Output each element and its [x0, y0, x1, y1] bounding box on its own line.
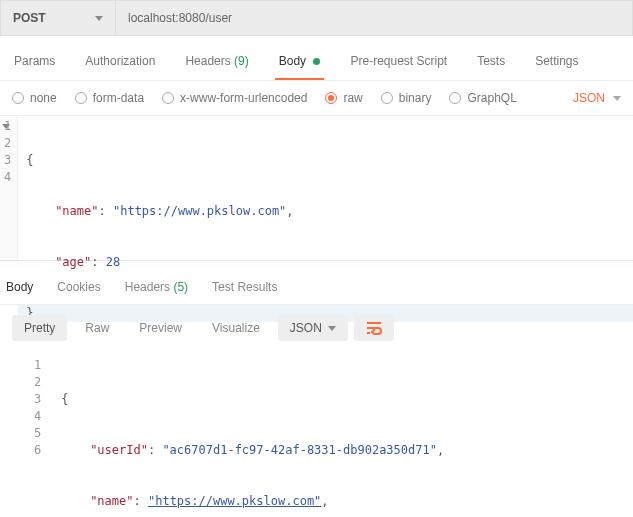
- view-preview-button[interactable]: Preview: [127, 315, 194, 341]
- resp-tab-headers[interactable]: Headers (5): [123, 280, 190, 304]
- request-tabs: Params Authorization Headers (9) Body Pr…: [0, 36, 633, 81]
- chevron-down-icon: [613, 96, 621, 101]
- tab-body-label: Body: [279, 54, 306, 68]
- tab-body[interactable]: Body: [275, 54, 325, 80]
- tab-prerequest[interactable]: Pre-request Script: [346, 54, 451, 80]
- tab-settings[interactable]: Settings: [531, 54, 582, 80]
- url-input[interactable]: localhost:8080/user: [116, 1, 632, 35]
- body-format-select[interactable]: JSON: [573, 91, 621, 105]
- tab-tests[interactable]: Tests: [473, 54, 509, 80]
- body-format-value: JSON: [573, 91, 605, 105]
- tab-authorization[interactable]: Authorization: [81, 54, 159, 80]
- request-body-editor[interactable]: 1 2 3 4 { "name": "https://www.pkslow.co…: [0, 116, 633, 260]
- resp-tab-cookies[interactable]: Cookies: [55, 280, 102, 304]
- response-body-editor[interactable]: 1 2 3 4 5 6 { "userId": "ac6707d1-fc97-4…: [0, 355, 633, 517]
- chevron-down-icon: [328, 326, 336, 331]
- body-type-urlencoded[interactable]: x-www-form-urlencoded: [162, 91, 307, 105]
- tab-params[interactable]: Params: [10, 54, 59, 80]
- method-value: POST: [13, 11, 46, 25]
- active-dot-icon: [313, 58, 320, 65]
- response-format-select[interactable]: JSON: [278, 315, 348, 341]
- tab-headers[interactable]: Headers (9): [181, 54, 252, 80]
- wrap-lines-icon: [366, 321, 382, 335]
- view-visualize-button[interactable]: Visualize: [200, 315, 272, 341]
- body-type-none[interactable]: none: [12, 91, 57, 105]
- request-bar: POST localhost:8080/user: [0, 0, 633, 36]
- view-pretty-button[interactable]: Pretty: [12, 315, 67, 341]
- method-select[interactable]: POST: [1, 1, 116, 35]
- response-gutter: 1 2 3 4 5 6: [0, 355, 57, 517]
- view-raw-button[interactable]: Raw: [73, 315, 121, 341]
- chevron-down-icon: [95, 16, 103, 21]
- request-gutter: 1 2 3 4: [0, 116, 18, 260]
- resp-tab-body[interactable]: Body: [4, 280, 35, 304]
- wrap-lines-button[interactable]: [354, 315, 394, 341]
- body-type-graphql[interactable]: GraphQL: [449, 91, 516, 105]
- response-code: { "userId": "ac6707d1-fc97-42af-8331-db9…: [57, 355, 633, 517]
- tab-headers-count: (9): [234, 54, 249, 68]
- url-value: localhost:8080/user: [128, 11, 232, 25]
- resp-tab-test-results[interactable]: Test Results: [210, 280, 279, 304]
- body-type-raw[interactable]: raw: [325, 91, 362, 105]
- body-type-row: none form-data x-www-form-urlencoded raw…: [0, 81, 633, 116]
- body-type-form-data[interactable]: form-data: [75, 91, 144, 105]
- body-type-binary[interactable]: binary: [381, 91, 432, 105]
- tab-headers-label: Headers: [185, 54, 230, 68]
- request-code: { "name": "https://www.pkslow.com", "age…: [18, 116, 633, 260]
